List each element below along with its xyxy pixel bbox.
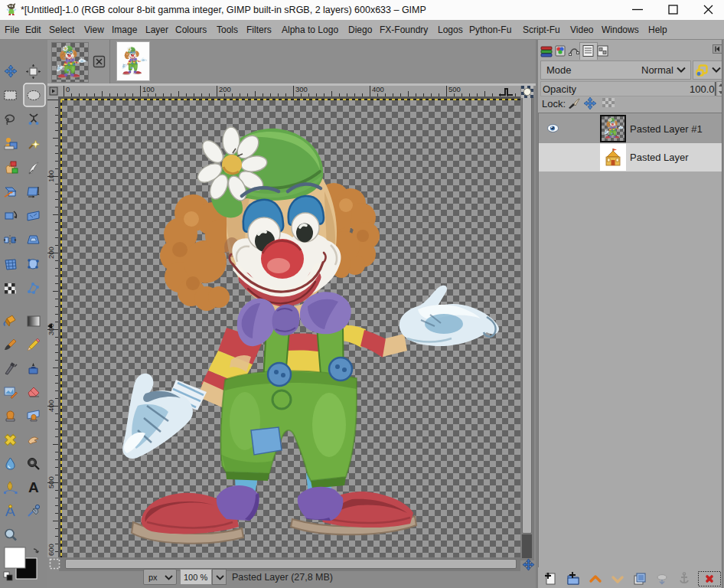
svg-text:100: 100 [47, 170, 55, 182]
svg-text:500: 500 [448, 86, 461, 93]
svg-text:200: 200 [47, 247, 55, 259]
svg-text:300: 300 [295, 86, 308, 93]
svg-text:600: 600 [47, 544, 55, 556]
svg-text:200: 200 [219, 86, 231, 93]
svg-text:0: 0 [66, 86, 70, 93]
svg-text:100: 100 [142, 86, 155, 93]
svg-text:400: 400 [47, 400, 55, 412]
svg-text:500: 500 [47, 476, 55, 488]
svg-text:400: 400 [372, 86, 384, 93]
svg-text:A: A [28, 479, 39, 495]
